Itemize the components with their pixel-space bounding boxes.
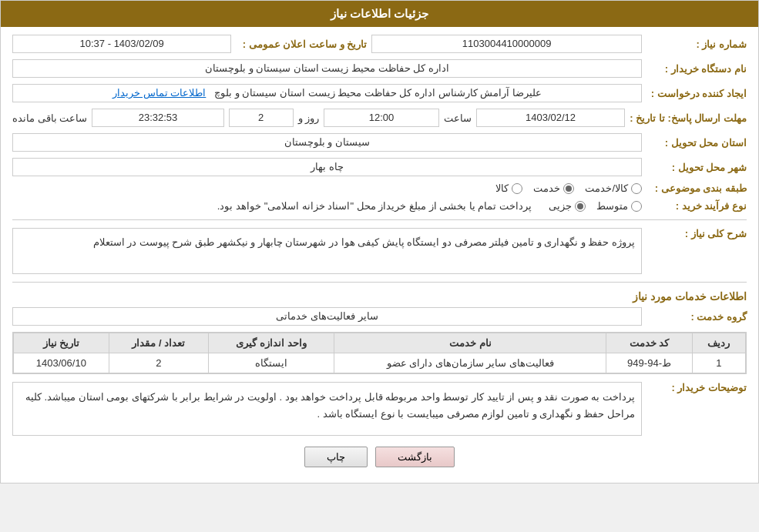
radio-kala-khedmat-icon — [631, 183, 642, 194]
date-label: تاریخ و ساعت اعلان عمومی : — [236, 38, 367, 50]
remaining-value: 23:32:53 — [92, 109, 224, 127]
action-buttons: بازگشت چاپ — [12, 447, 747, 467]
col-qty: تعداد / مقدار — [109, 333, 208, 353]
category-option-kala-khedmat[interactable]: کالا/خدمت — [585, 182, 642, 194]
buyer-name-value: اداره کل حفاظت محیط زیست استان سیستان و … — [12, 59, 642, 78]
radio-kala-icon — [512, 183, 522, 194]
creator-label: ایجاد کننده درخواست : — [646, 88, 747, 99]
send-time-value: 12:00 — [324, 109, 439, 127]
col-unit: واحد اندازه گیری — [209, 333, 334, 353]
page-header: جزئیات اطلاعات نیاز — [1, 1, 758, 27]
col-row: ردیف — [692, 333, 745, 353]
send-date-value: 1403/02/12 — [476, 109, 625, 127]
print-button[interactable]: چاپ — [304, 447, 368, 467]
remaining-label: ساعت باقی مانده — [12, 112, 87, 124]
send-day-value: 2 — [229, 109, 294, 127]
city-label: شهر محل تحویل : — [646, 162, 747, 173]
col-name: نام خدمت — [334, 333, 606, 353]
province-value: سیستان و بلوچستان — [12, 133, 642, 152]
cell-name: فعالیت‌های سایر سازمان‌های دارای عضو — [334, 353, 606, 373]
back-button[interactable]: بازگشت — [375, 447, 455, 467]
service-group-label: گروه خدمت : — [646, 311, 747, 323]
send-day-label: روز و — [298, 112, 320, 124]
province-label: استان محل تحویل : — [646, 137, 747, 149]
cell-code: ط-94-949 — [606, 353, 692, 373]
category-option-khedmat[interactable]: خدمت — [533, 182, 574, 194]
need-number-label: شماره نیاز : — [646, 38, 747, 50]
buyer-name-label: نام دستگاه خریدار : — [646, 63, 747, 75]
creator-value: علیرضا آرامش کارشناس اداره کل حفاظت محیط… — [12, 84, 642, 102]
description-label: شرح کلی نیاز : — [646, 228, 747, 239]
radio-khedmat-icon — [563, 183, 574, 194]
purchase-note: پرداخت تمام یا بخشی از مبلغ خریداز محل "… — [217, 200, 532, 212]
service-group-value: سایر فعالیت‌های خدماتی — [12, 307, 642, 326]
page-title: جزئیات اطلاعات نیاز — [331, 7, 428, 20]
services-section-title: اطلاعات خدمات مورد نیاز — [12, 290, 747, 303]
date-value: 1403/02/09 - 10:37 — [12, 35, 231, 53]
send-date-label: مهلت ارسال پاسخ: تا تاریخ : — [630, 112, 747, 124]
purchase-option-medium[interactable]: متوسط — [596, 200, 642, 212]
cell-date: 1403/06/10 — [14, 353, 109, 373]
buyer-notes-label: توضیحات خریدار : — [646, 382, 747, 393]
contact-info-link[interactable]: اطلاعات تماس خریدار — [113, 87, 206, 99]
services-table: ردیف کد خدمت نام خدمت واحد اندازه گیری ت… — [12, 332, 747, 374]
description-value: پروژه حفظ و نگهداری و تامین فیلتر مصرفی … — [12, 228, 642, 274]
purchase-radio-group: متوسط جزیی — [549, 200, 642, 212]
need-number-value: 1103004410000009 — [371, 35, 642, 53]
category-radio-group: کالا/خدمت خدمت کالا — [495, 182, 642, 194]
cell-qty: 2 — [109, 353, 208, 373]
city-value: چاه بهار — [12, 158, 642, 176]
radio-partial-icon — [575, 201, 586, 212]
cell-unit: ایستگاه — [209, 353, 334, 373]
radio-medium-icon — [631, 201, 642, 212]
table-row: 1 ط-94-949 فعالیت‌های سایر سازمان‌های دا… — [14, 353, 746, 373]
buyer-notes-value: پرداخت به صورت نقد و پس از تایید کار توس… — [12, 382, 642, 436]
purchase-type-label: نوع فرآیند خرید : — [646, 200, 747, 212]
category-option-kala[interactable]: کالا — [495, 182, 522, 194]
purchase-option-partial[interactable]: جزیی — [549, 200, 586, 212]
cell-row: 1 — [692, 353, 745, 373]
category-label: طبقه بندی موضوعی : — [646, 182, 747, 194]
col-code: کد خدمت — [606, 333, 692, 353]
send-time-label: ساعت — [444, 112, 472, 124]
col-date: تاریخ نیاز — [14, 333, 109, 353]
